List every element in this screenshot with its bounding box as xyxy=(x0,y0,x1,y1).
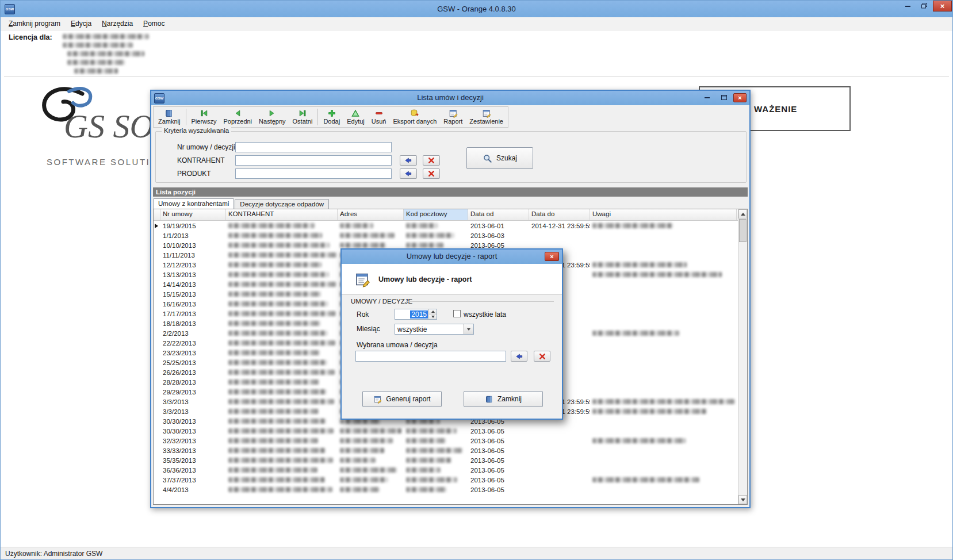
column-header-nr-umowy[interactable]: Nr umowy xyxy=(160,209,226,220)
cell-kontrahent xyxy=(226,436,338,446)
all-years-checkbox[interactable] xyxy=(453,310,461,317)
menu-item-pomoc[interactable]: Pomoc xyxy=(138,18,170,29)
month-value: wszystkie xyxy=(395,325,464,333)
menu-item-narzędzia[interactable]: Narzędzia xyxy=(97,18,138,29)
selected-contract-input[interactable] xyxy=(355,351,506,362)
spin-up-button[interactable] xyxy=(429,309,437,314)
table-row[interactable]: 36/36/20132013-06-05 xyxy=(154,465,747,475)
generate-report-button[interactable]: Generuj raport xyxy=(362,391,442,407)
selected-pick-button[interactable] xyxy=(511,351,527,362)
chevron-down-icon xyxy=(467,328,470,331)
minimize-button[interactable] xyxy=(900,1,916,11)
cell-data-do xyxy=(529,436,590,446)
toolbar-button-pierwszy[interactable]: Pierwszy xyxy=(188,108,220,126)
column-header-data-od[interactable]: Data od xyxy=(468,209,529,220)
dropdown-button[interactable] xyxy=(464,324,473,334)
table-row[interactable]: 30/30/20132013-06-05 xyxy=(154,426,747,436)
column-header-adres[interactable]: Adres xyxy=(338,209,404,220)
generate-report-label: Generuj raport xyxy=(386,395,430,403)
restore-icon xyxy=(921,2,928,10)
cell-kontrahent xyxy=(226,250,338,260)
prev-icon xyxy=(233,109,242,118)
current-row-indicator xyxy=(155,224,158,228)
toolbar-button-zestawienie[interactable]: Zestawienie xyxy=(466,108,507,126)
table-row[interactable]: 35/35/20132013-06-05 xyxy=(154,455,747,465)
produkt-pick-button[interactable] xyxy=(400,168,417,179)
selected-clear-button[interactable] xyxy=(534,351,550,362)
all-years-label: wszystkie lata xyxy=(464,310,506,319)
kontrahent-pick-button[interactable] xyxy=(400,155,417,166)
produkt-clear-button[interactable] xyxy=(423,168,440,179)
cell-kontrahent xyxy=(226,299,338,309)
dialog-close-action-button[interactable]: Zamknij xyxy=(464,391,543,407)
redacted-text xyxy=(340,243,386,248)
dialog-close-button[interactable]: × xyxy=(545,252,559,261)
column-header-uwagi[interactable]: Uwagi xyxy=(590,209,737,220)
table-row[interactable]: 19/19/20152013-06-012014-12-31 23:59:59 xyxy=(154,221,747,231)
restore-button[interactable] xyxy=(916,1,933,11)
cell-kontrahent xyxy=(226,406,338,416)
redacted-text xyxy=(228,389,327,394)
cell-uwagi xyxy=(590,436,737,446)
redacted-text xyxy=(340,448,384,453)
cell-data-od: 2013-06-03 xyxy=(468,231,529,240)
cell-data-od: 2013-06-05 xyxy=(468,475,529,485)
list-minimize-button[interactable] xyxy=(700,93,714,102)
toolbar-button-usuń[interactable]: Usuń xyxy=(368,108,390,126)
year-spinner[interactable]: 2015 xyxy=(395,309,437,320)
toolbar-button-label: Eksport danych xyxy=(393,118,437,125)
toolbar-button-zamknij[interactable]: Zamknij xyxy=(155,108,184,126)
cell-data-do xyxy=(529,446,590,455)
cell-nr-umowy: 29/29/2013 xyxy=(160,387,226,397)
toolbar-button-poprzedni[interactable]: Poprzedni xyxy=(220,108,256,126)
column-header-data-do[interactable]: Data do xyxy=(529,209,590,220)
table-row[interactable]: 33/33/20132013-06-05 xyxy=(154,446,747,455)
cell-uwagi xyxy=(590,416,737,426)
toolbar-button-edytuj[interactable]: Edytuj xyxy=(343,108,368,126)
row-indicator-cell xyxy=(154,367,160,377)
license-redacted-line xyxy=(74,68,118,74)
search-input-produkt[interactable] xyxy=(235,168,392,179)
cell-kod-pocztowy xyxy=(404,426,468,436)
scrollbar-thumb[interactable] xyxy=(739,219,747,242)
toolbar-button-eksport-danych[interactable]: Eksport danych xyxy=(389,108,440,126)
redacted-text xyxy=(228,233,322,238)
redacted-text xyxy=(228,370,335,375)
search-button[interactable]: Szukaj xyxy=(466,147,533,169)
search-input-kontrahent[interactable] xyxy=(235,155,392,166)
close-button[interactable]: × xyxy=(933,1,952,11)
redacted-text xyxy=(406,487,446,492)
tab-umowy-z-kontrahentami[interactable]: Umowy z kontrahentami xyxy=(153,198,234,209)
toolbar-button-raport[interactable]: Raport xyxy=(440,108,466,126)
search-input-nr-umowy[interactable] xyxy=(235,142,392,152)
column-header-kod-pocztowy[interactable]: Kod pocztowy xyxy=(404,209,468,220)
table-row[interactable]: 37/37/20132013-06-05 xyxy=(154,475,747,485)
arrow-left-icon xyxy=(404,170,412,178)
list-close-button[interactable]: × xyxy=(733,93,747,102)
column-header-kontrahent[interactable]: KONTRAHENT xyxy=(226,209,338,220)
menu-item-edycja[interactable]: Edycja xyxy=(66,18,97,29)
toolbar-button-ostatni[interactable]: Ostatni xyxy=(289,108,316,126)
tab-bar: Umowy z kontrahentami Decyzje dotyczące … xyxy=(153,198,330,209)
spin-down-button[interactable] xyxy=(429,314,437,319)
toolbar-button-label: Edytuj xyxy=(347,118,365,125)
tab-decyzje-dotyczace-odpadow[interactable]: Decyzje dotyczące odpadów xyxy=(235,199,329,209)
table-row[interactable]: 1/1/20132013-06-03 xyxy=(154,231,747,240)
status-bar: Użytkownik: Administrator GSW xyxy=(1,547,952,559)
table-row[interactable]: 32/32/20132013-06-05 xyxy=(154,436,747,446)
toolbar-button-następny[interactable]: Następny xyxy=(255,108,289,126)
scroll-down-button[interactable] xyxy=(738,495,747,504)
menu-item-zamknij-program[interactable]: Zamknij program xyxy=(3,18,66,29)
month-select[interactable]: wszystkie xyxy=(395,324,474,335)
redacted-text xyxy=(592,438,686,443)
scroll-up-button[interactable] xyxy=(738,209,747,218)
row-indicator-cell xyxy=(154,377,160,387)
cell-uwagi xyxy=(590,397,737,406)
redacted-text xyxy=(228,419,326,424)
toolbar-button-dodaj[interactable]: Dodaj xyxy=(320,108,343,126)
list-maximize-button[interactable] xyxy=(717,93,731,102)
vertical-scrollbar[interactable] xyxy=(738,209,747,504)
redacted-text xyxy=(592,262,687,267)
table-row[interactable]: 4/4/20132013-06-05 xyxy=(154,485,747,494)
kontrahent-clear-button[interactable] xyxy=(423,155,440,166)
